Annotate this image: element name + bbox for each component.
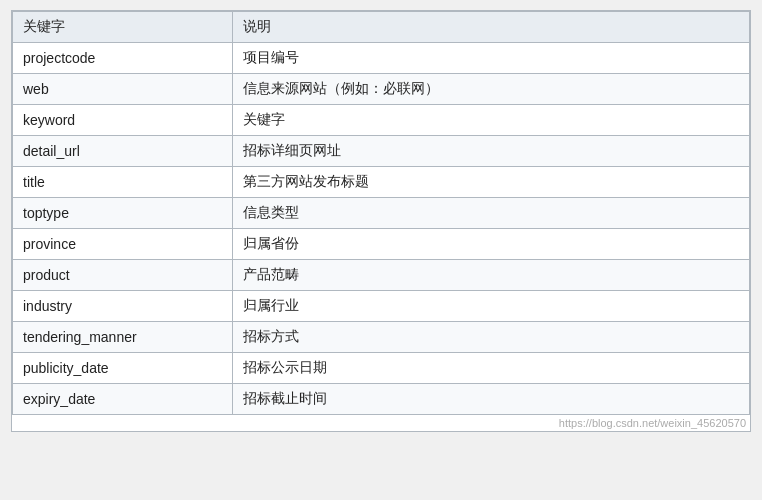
cell-keyword: province xyxy=(13,229,233,260)
table-row: product产品范畴 xyxy=(13,260,750,291)
cell-keyword: industry xyxy=(13,291,233,322)
cell-keyword: publicity_date xyxy=(13,353,233,384)
cell-description: 第三方网站发布标题 xyxy=(232,167,749,198)
table-row: expiry_date招标截止时间 xyxy=(13,384,750,415)
cell-description: 招标方式 xyxy=(232,322,749,353)
table-row: projectcode项目编号 xyxy=(13,43,750,74)
table-row: detail_url招标详细页网址 xyxy=(13,136,750,167)
table-header-row: 关键字 说明 xyxy=(13,12,750,43)
cell-description: 产品范畴 xyxy=(232,260,749,291)
cell-description: 招标公示日期 xyxy=(232,353,749,384)
cell-description: 归属省份 xyxy=(232,229,749,260)
cell-keyword: detail_url xyxy=(13,136,233,167)
data-table: 关键字 说明 projectcode项目编号web信息来源网站（例如：必联网）k… xyxy=(12,11,750,415)
table-row: toptype信息类型 xyxy=(13,198,750,229)
cell-keyword: title xyxy=(13,167,233,198)
cell-keyword: keyword xyxy=(13,105,233,136)
cell-keyword: toptype xyxy=(13,198,233,229)
table-row: publicity_date招标公示日期 xyxy=(13,353,750,384)
cell-keyword: web xyxy=(13,74,233,105)
cell-description: 信息来源网站（例如：必联网） xyxy=(232,74,749,105)
cell-description: 招标截止时间 xyxy=(232,384,749,415)
table-row: title第三方网站发布标题 xyxy=(13,167,750,198)
cell-keyword: expiry_date xyxy=(13,384,233,415)
cell-keyword: projectcode xyxy=(13,43,233,74)
cell-description: 关键字 xyxy=(232,105,749,136)
table-row: industry归属行业 xyxy=(13,291,750,322)
cell-description: 归属行业 xyxy=(232,291,749,322)
header-keyword: 关键字 xyxy=(13,12,233,43)
cell-keyword: tendering_manner xyxy=(13,322,233,353)
main-table-container: 关键字 说明 projectcode项目编号web信息来源网站（例如：必联网）k… xyxy=(11,10,751,432)
table-row: keyword关键字 xyxy=(13,105,750,136)
header-description: 说明 xyxy=(232,12,749,43)
table-row: web信息来源网站（例如：必联网） xyxy=(13,74,750,105)
cell-keyword: product xyxy=(13,260,233,291)
watermark: https://blog.csdn.net/weixin_45620570 xyxy=(12,415,750,431)
cell-description: 招标详细页网址 xyxy=(232,136,749,167)
table-row: province归属省份 xyxy=(13,229,750,260)
table-row: tendering_manner招标方式 xyxy=(13,322,750,353)
cell-description: 信息类型 xyxy=(232,198,749,229)
cell-description: 项目编号 xyxy=(232,43,749,74)
